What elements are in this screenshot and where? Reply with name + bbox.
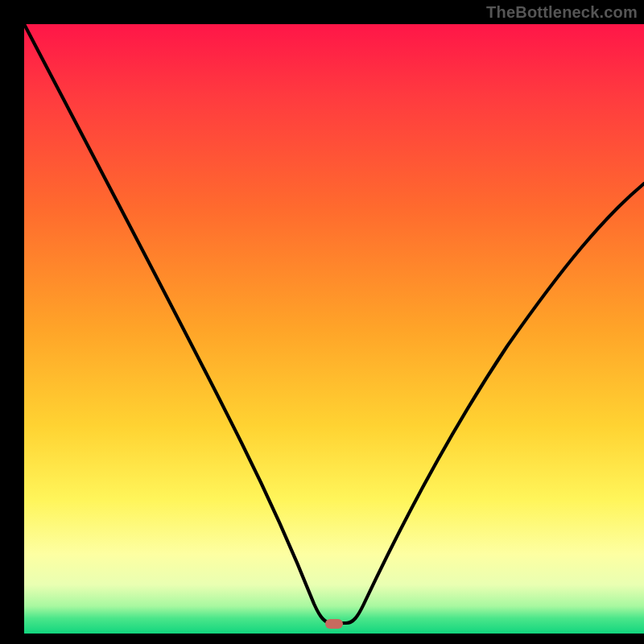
min-point-marker <box>325 619 343 629</box>
watermark-text: TheBottleneck.com <box>486 3 638 22</box>
chart-stage: TheBottleneck.com <box>0 0 644 644</box>
bottleneck-curve-path <box>24 24 644 623</box>
curve-svg <box>24 24 644 634</box>
plot-area <box>24 24 644 634</box>
